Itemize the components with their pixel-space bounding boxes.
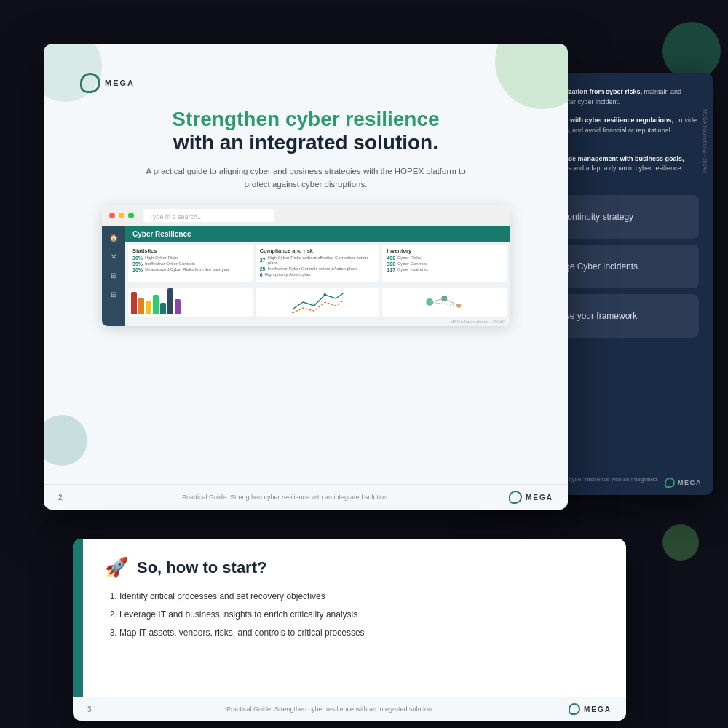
- stat-label-2: Ineffective Cyber Controls: [145, 261, 195, 266]
- compliance-item-2: 25 Ineffective Cyber Controls without Ac…: [260, 266, 376, 272]
- compliance-item-3: 6 High priority Action plan: [260, 272, 376, 277]
- bottom-footer-page: 3: [87, 705, 92, 713]
- stat-label-1: High Cyber Risks: [145, 256, 178, 261]
- slide-main: MEGA Strengthen cyber resilience with an…: [44, 44, 568, 510]
- title-green: Strengthen cyber resilience: [80, 108, 531, 131]
- main-subtitle: A practical guide to aligning cyber and …: [138, 165, 473, 191]
- stats-title: Statistics: [132, 248, 248, 254]
- how-to-list: Identify critical processes and set reco…: [105, 590, 604, 638]
- how-to-start-header: 🚀 So, how to start?: [105, 556, 604, 579]
- main-footer-page: 2: [58, 494, 63, 502]
- apps-icon: ⊟: [108, 289, 119, 301]
- settings-icon: ✕: [108, 251, 119, 263]
- stats-row: Statistics 30% High Cyber Risks 39% Inef…: [125, 242, 510, 285]
- inventory-num-3: 117: [387, 267, 395, 272]
- how-to-start-title: So, how to start?: [137, 558, 266, 577]
- bottom-footer: 3 Practical Guide: Strengthen cyber resi…: [73, 697, 626, 721]
- stat-item-2: 39% Ineffective Cyber Controls: [132, 261, 248, 266]
- stat-num-2: 39%: [132, 261, 143, 266]
- list-item-1: Identify critical processes and set reco…: [119, 590, 604, 603]
- stat-label-3: Unassessed Cyber Risks from the past yea…: [145, 267, 230, 272]
- slide2-logo-icon: [665, 478, 675, 488]
- inventory-box: Inventory 400 Cyber Risks 300 Cyber Cont…: [382, 245, 507, 282]
- inventory-label-1: Cyber Risks: [397, 256, 421, 261]
- chart-area: [125, 285, 510, 320]
- browser-bar: Type in a search...: [102, 205, 510, 226]
- compliance-num-3: 6: [260, 272, 263, 277]
- bar-4: [153, 295, 159, 314]
- stat-num-3: 10%: [132, 267, 143, 272]
- rocket-icon: 🚀: [105, 556, 128, 579]
- slide-right-watermark: MEGA International - 2024©: [703, 109, 708, 175]
- compliance-label-3: High priority Action plan: [265, 272, 311, 277]
- stats-box: Statistics 30% High Cyber Risks 39% Inef…: [128, 245, 253, 282]
- list-item-3: Map IT assets, vendors, risks, and contr…: [119, 627, 604, 639]
- browser-window: Type in a search... 🏠 ✕ ⊞ ⊟ Cyber Resili…: [102, 205, 510, 326]
- chart-nodes: [382, 288, 507, 317]
- scene-deco-circle-2: [662, 524, 699, 561]
- scene-deco-circle-1: [662, 22, 721, 80]
- bottom-footer-text: Practical Guide: Strengthen cyber resili…: [226, 705, 434, 713]
- bottom-footer-logo: MEGA: [569, 703, 612, 715]
- browser-search-bar[interactable]: Type in a search...: [143, 209, 274, 222]
- compliance-num-2: 25: [260, 266, 266, 272]
- inventory-item-3: 117 Cyber Incidents: [387, 267, 502, 272]
- compliance-title: Compliance and risk: [260, 248, 376, 254]
- inventory-item-2: 300 Cyber Controls: [387, 261, 502, 266]
- main-logo-text: MEGA: [105, 79, 135, 87]
- main-logo-icon: [80, 73, 100, 93]
- inventory-title: Inventory: [387, 248, 502, 254]
- bar-2: [138, 298, 144, 314]
- chart-lines: [256, 288, 380, 317]
- bar-6: [167, 288, 173, 314]
- compliance-label-2: Ineffective Cyber Controls without Actio…: [267, 266, 357, 272]
- browser-sidebar: 🏠 ✕ ⊞ ⊟: [102, 226, 125, 326]
- bar-5: [160, 303, 166, 314]
- stat-num-1: 30%: [132, 256, 143, 261]
- browser-dot-yellow: [119, 213, 124, 218]
- inventory-num-2: 300: [387, 261, 395, 266]
- browser-dot-red: [109, 213, 115, 218]
- browser-search-text: Type in a search...: [149, 213, 203, 221]
- inventory-label-3: Cyber Incidents: [397, 267, 428, 272]
- main-footer-text: Practical Guide: Strengthen cyber resili…: [182, 494, 389, 501]
- inventory-label-2: Cyber Controls: [397, 261, 427, 266]
- bar-1: [131, 292, 137, 314]
- deco-circle-bl: [44, 415, 87, 466]
- bottom-logo-icon: [569, 703, 580, 715]
- slide2-footer-logo: MEGA: [665, 478, 702, 488]
- bar-3: [146, 301, 151, 314]
- home-icon: 🏠: [108, 232, 119, 244]
- main-title: Strengthen cyber resilience with an inte…: [80, 108, 531, 154]
- browser-content: 🏠 ✕ ⊞ ⊟ Cyber Resilience Statistics 30%: [102, 226, 510, 326]
- svg-point-2: [323, 293, 326, 296]
- list-item-2: Leverage IT and business insights to enr…: [119, 609, 604, 621]
- scene: MEGA International - 2024© Protect their…: [0, 0, 728, 728]
- main-footer-logo-text: MEGA: [526, 494, 553, 502]
- stat-item-1: 30% High Cyber Risks: [132, 256, 248, 261]
- main-logo: MEGA: [80, 73, 531, 93]
- inventory-item-1: 400 Cyber Risks: [387, 256, 502, 261]
- bar-7: [175, 299, 181, 314]
- browser-dot-green: [128, 213, 134, 218]
- stat-item-3: 10% Unassessed Cyber Risks from the past…: [132, 267, 248, 272]
- compliance-num-1: 27: [260, 258, 266, 263]
- inventory-num-1: 400: [387, 256, 395, 261]
- compliance-item-1: 27 High Cyber Risks without effective Co…: [260, 256, 376, 266]
- main-slide-footer: 2 Practical Guide: Strengthen cyber resi…: [44, 484, 568, 510]
- teal-bar: [73, 539, 83, 721]
- svg-line-7: [445, 298, 459, 306]
- app-header: Cyber Resilience: [125, 226, 510, 242]
- compliance-box: Compliance and risk 27 High Cyber Risks …: [256, 245, 380, 282]
- main-footer-logo: MEGA: [509, 491, 553, 504]
- slide2-logo-text: MEGA: [678, 479, 702, 486]
- bottom-logo-text: MEGA: [584, 705, 612, 713]
- browser-app: Cyber Resilience Statistics 30% High Cyb…: [125, 226, 510, 326]
- main-footer-logo-icon: [509, 491, 522, 504]
- compliance-label-1: High Cyber Risks without effective Corre…: [267, 256, 375, 266]
- slide-bottom-content: 🚀 So, how to start? Identify critical pr…: [73, 539, 626, 721]
- browser-watermark: MEGA International - 2024©: [125, 320, 510, 326]
- grid-icon: ⊞: [108, 270, 119, 282]
- slide-bottom: 🚀 So, how to start? Identify critical pr…: [73, 539, 626, 721]
- bottom-main: 🚀 So, how to start? Identify critical pr…: [83, 539, 626, 721]
